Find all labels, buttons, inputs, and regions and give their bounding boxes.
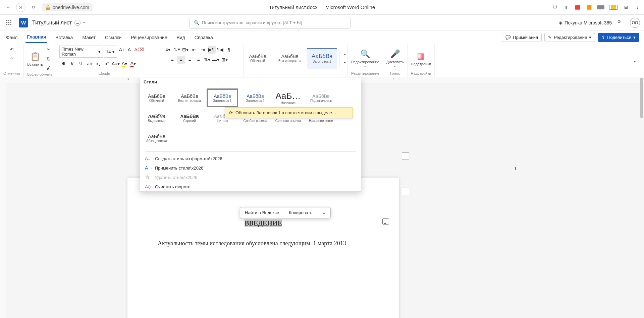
highlight-button[interactable]: A▾ xyxy=(120,60,128,68)
svg-rect-4 xyxy=(8,22,9,23)
lock-icon: 🔒 xyxy=(45,5,51,10)
paste-button[interactable]: 📋 Вставить xyxy=(27,51,43,66)
undo-icon[interactable]: ↶ xyxy=(8,46,15,53)
tab-review[interactable]: Рецензирование xyxy=(129,32,168,43)
superscript-button[interactable]: x² xyxy=(103,60,111,68)
font-color-button[interactable]: A▾ xyxy=(129,60,137,68)
style-normal[interactable]: АаБбВвОбычный xyxy=(243,48,273,68)
style-gallery-item[interactable]: АаБбВвПодзаголовок xyxy=(305,88,337,108)
font-family-select[interactable]: Times New Roman▾ xyxy=(59,46,103,58)
align-left-icon[interactable]: ≡ xyxy=(168,56,176,64)
pilcrow-icon[interactable]: ¶ xyxy=(225,46,233,54)
outdent-icon[interactable]: ⇤ xyxy=(190,46,198,54)
subscript-button[interactable]: x₂ xyxy=(94,60,102,68)
extensions-icon[interactable]: ⊞ xyxy=(623,4,629,11)
tab-layout[interactable]: Макет xyxy=(81,32,97,43)
search-yandex-item[interactable]: Найти в Яндексе xyxy=(240,207,284,218)
document-heading[interactable]: ВВЕДЕНИЕ xyxy=(127,219,399,227)
tab-insert[interactable]: Вставка xyxy=(54,32,74,43)
word-app-icon[interactable]: W xyxy=(19,18,28,27)
addins-button[interactable]: ▦Надстройки xyxy=(411,51,431,66)
comments-button[interactable]: 💬Примечания xyxy=(502,33,542,42)
clear-format-action[interactable]: A◇Очистить формат xyxy=(140,182,361,191)
downloads-icon[interactable]: ↓ xyxy=(634,4,641,11)
copy-item[interactable]: Копировать xyxy=(284,207,317,218)
margin-marker[interactable] xyxy=(402,188,409,195)
font-size-select[interactable]: 14▾ xyxy=(104,46,117,58)
editing-mode-button[interactable]: ✎Редактирование▾ xyxy=(544,33,595,42)
chevron-down-icon[interactable]: ▾ xyxy=(83,21,85,24)
align-center-icon[interactable]: ≡ xyxy=(177,56,185,64)
tab-view[interactable]: Вид xyxy=(175,32,186,43)
reload-button[interactable]: ⟳ xyxy=(29,3,38,12)
borders-icon[interactable]: ⊞▾ xyxy=(221,56,229,64)
apply-styles-action[interactable]: A→Применить стили\x2026 xyxy=(140,163,361,173)
tab-help[interactable]: Справка xyxy=(193,32,214,43)
style-gallery-item[interactable]: АаБбВвСтрогий xyxy=(173,108,206,128)
multilevel-icon[interactable]: ⊟▾ xyxy=(181,46,190,54)
share-button[interactable]: ⇪Поделиться▾ xyxy=(598,33,639,42)
search-box[interactable]: 🔍 Поиск инструментов, справки и другого … xyxy=(190,17,351,29)
tab-home[interactable]: Главная xyxy=(25,31,47,43)
shield-icon[interactable]: 🛡 xyxy=(551,4,558,11)
style-gallery-item[interactable]: АаБбВвАбзац списка xyxy=(140,128,173,148)
style-gallery-item[interactable]: АаБбВвВыделение xyxy=(140,108,173,128)
create-style-action[interactable]: A₊Создать стиль из формата\x2026 xyxy=(140,154,361,163)
cut-icon[interactable]: ✂ xyxy=(45,46,52,53)
ribbon-collapse-icon[interactable]: ⌄ xyxy=(631,57,639,65)
style-gallery-item[interactable]: АаБбВвЗаголовок 1 xyxy=(206,88,239,108)
align-right-icon[interactable]: ≡ xyxy=(186,56,194,64)
grow-font-icon[interactable]: A↑ xyxy=(118,46,126,54)
style-gallery-item[interactable]: АаБбВвБез интервала xyxy=(173,88,206,108)
dictate-button[interactable]: 🎤Диктовать▾ xyxy=(386,49,404,68)
justify-icon[interactable]: ≡ xyxy=(195,56,203,64)
style-gallery-item[interactable]: АаБ…Название xyxy=(272,88,305,108)
context-more-icon[interactable]: ⌄ xyxy=(317,207,330,218)
ext2-icon[interactable]: 🟧 xyxy=(586,4,592,11)
ltr-icon[interactable]: ▶¶ xyxy=(208,46,216,54)
ext1-icon[interactable]: 🟥 xyxy=(574,4,581,11)
margin-marker[interactable] xyxy=(402,152,409,160)
url-box[interactable]: 🔒 onedrive.live.com xyxy=(42,3,93,11)
document-title[interactable]: Титульный лист ☁ ▾ xyxy=(32,20,85,26)
scroll-thumb[interactable] xyxy=(640,78,643,118)
find-replace-button[interactable]: 🔍Редактирование▾ xyxy=(351,49,379,68)
style-heading1[interactable]: АаБбВвЗаголовок 1 xyxy=(307,48,337,68)
dictate-group: 🎤Диктовать▾ Голос xyxy=(383,44,408,77)
redo-icon[interactable]: ↷ xyxy=(8,55,15,62)
vertical-scrollbar[interactable] xyxy=(639,77,644,318)
shrink-font-icon[interactable]: A↓ xyxy=(126,46,135,54)
rtl-icon[interactable]: ¶◀ xyxy=(216,46,224,54)
settings-icon[interactable]: ⚙ xyxy=(617,19,625,26)
case-button[interactable]: Aa▾ xyxy=(112,60,120,68)
bold-button[interactable]: Ж xyxy=(59,60,67,68)
copy-icon[interactable]: ⎘ xyxy=(45,55,52,62)
update-style-tooltip[interactable]: ⟳ Обновить Заголовок 1 в соответствии с … xyxy=(225,107,353,118)
strike-button[interactable]: ab xyxy=(86,60,94,68)
svg-rect-5 xyxy=(10,22,11,23)
indent-icon[interactable]: ⇥ xyxy=(199,46,207,54)
numbering-icon[interactable]: ⒈▾ xyxy=(173,46,181,54)
style-no-spacing[interactable]: АаБбВвБез интервала xyxy=(275,48,305,68)
line-spacing-icon[interactable]: ⇅▾ xyxy=(203,56,211,64)
buy-microsoft365-button[interactable]: ◈ Покупка Microsoft 365 xyxy=(559,20,612,25)
clear-format-icon[interactable]: A⌫ xyxy=(135,46,143,54)
shading-icon[interactable]: ▬▾ xyxy=(212,56,220,64)
italic-button[interactable]: К xyxy=(68,60,76,68)
app-launcher-icon[interactable] xyxy=(4,17,15,28)
user-avatar[interactable]: OO xyxy=(630,18,640,28)
document-body-text[interactable]: Актуальность темы исследования обусловле… xyxy=(158,238,369,249)
back-button[interactable]: ← xyxy=(3,3,13,12)
tab-links[interactable]: Ссылки xyxy=(104,32,123,43)
yandex-button[interactable]: Я xyxy=(16,3,25,12)
comment-icon: 💬 xyxy=(505,35,511,40)
bullets-icon[interactable]: ≡▾ xyxy=(164,46,172,54)
tab-file[interactable]: Файл xyxy=(5,32,19,43)
style-gallery-item[interactable]: АаБбВвЗаголовок 2 xyxy=(239,88,272,108)
styles-quick-group: АаБбВвОбычный АаБбВвБез интервала АаБбВв… xyxy=(244,44,348,77)
style-gallery-item[interactable]: АаБбВвОбычный xyxy=(140,88,173,108)
bookmark-icon[interactable]: ▮ xyxy=(563,4,570,11)
underline-button[interactable]: Ч xyxy=(77,60,85,68)
format-painter-icon[interactable]: 🖌 xyxy=(45,64,52,72)
ext3-icon[interactable] xyxy=(597,5,604,9)
